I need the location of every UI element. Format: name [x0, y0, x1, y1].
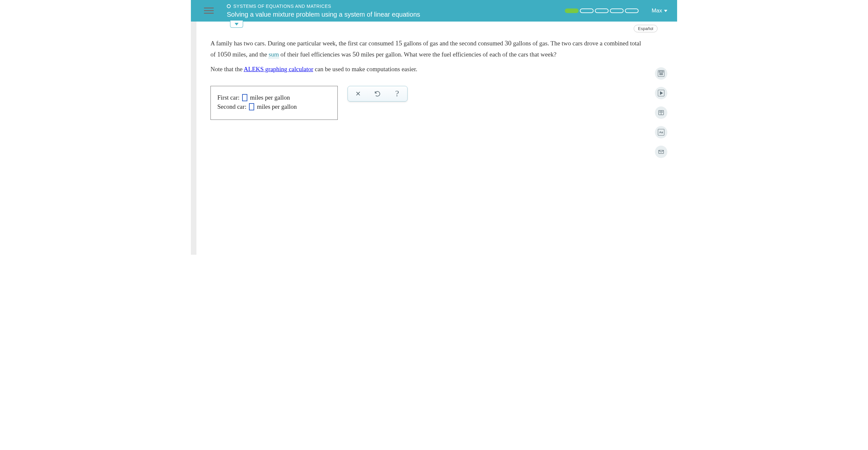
textbook-button[interactable] [655, 107, 667, 119]
svg-rect-0 [659, 71, 663, 73]
glossary-button[interactable]: Aa [655, 126, 667, 138]
aleks-calculator-link[interactable]: ALEKS graphing calculator [244, 66, 313, 73]
first-car-input[interactable] [242, 94, 247, 101]
tool-tray: ✕ ? [347, 86, 408, 102]
second-car-input[interactable] [249, 103, 254, 110]
header-bar: SYSTEMS OF EQUATIONS AND MATRICES Solvin… [191, 0, 677, 22]
x-icon: ✕ [355, 90, 361, 97]
calculator-button[interactable] [655, 67, 667, 80]
svg-point-2 [661, 73, 661, 74]
message-button[interactable] [655, 146, 667, 158]
svg-point-1 [660, 73, 660, 74]
video-button[interactable] [655, 87, 667, 99]
note-frag: can be used to make computations easier. [313, 66, 417, 73]
sum-definition-link[interactable]: sum [269, 51, 279, 58]
book-icon [658, 109, 664, 116]
undo-icon [374, 90, 381, 97]
problem-text-frag: miles, and the [231, 51, 269, 58]
breadcrumb-circle-icon [227, 4, 231, 8]
first-car-unit: miles per gallon [250, 94, 290, 101]
answer-box: First car: miles per gallon Second car: … [211, 86, 338, 120]
first-car-label: First car: [217, 94, 240, 101]
menu-icon[interactable] [204, 6, 214, 16]
second-car-unit: miles per gallon [257, 103, 297, 110]
undo-button[interactable] [373, 89, 382, 98]
progress-seg-5 [625, 8, 639, 13]
user-menu[interactable]: Max [652, 7, 667, 14]
second-car-label: Second car: [217, 103, 246, 110]
breadcrumb: SYSTEMS OF EQUATIONS AND MATRICES [227, 4, 420, 9]
svg-point-4 [660, 75, 660, 75]
svg-point-5 [661, 75, 661, 75]
chevron-down-icon [235, 23, 239, 26]
progress-bar [565, 8, 639, 13]
clear-button[interactable]: ✕ [354, 89, 362, 98]
problem-value-4: 50 [352, 50, 359, 58]
answer-line-1: First car: miles per gallon [217, 94, 331, 101]
breadcrumb-text: SYSTEMS OF EQUATIONS AND MATRICES [233, 4, 331, 9]
progress-seg-2 [580, 8, 594, 13]
answer-line-2: Second car: miles per gallon [217, 103, 331, 110]
caret-down-icon [664, 10, 667, 12]
problem-statement: A family has two cars. During one partic… [211, 38, 648, 60]
problem-text-frag: gallons of gas and the second consumed [402, 40, 504, 47]
envelope-icon [658, 148, 664, 155]
play-icon [658, 90, 664, 96]
language-button[interactable]: Español [634, 25, 657, 32]
problem-value-3: 1050 [217, 50, 231, 58]
problem-text-frag: miles per gallon. What were the fuel eff… [359, 51, 556, 58]
problem-value-1: 15 [395, 39, 402, 47]
calculator-note: Note that the ALEKS graphing calculator … [211, 66, 657, 73]
glossary-icon: Aa [658, 129, 664, 136]
svg-point-3 [662, 73, 663, 74]
calculator-icon [658, 70, 664, 77]
problem-text-frag: of their fuel efficiencies was [279, 51, 352, 58]
svg-marker-7 [660, 92, 662, 95]
problem-text-frag: A family has two cars. During one partic… [211, 40, 395, 47]
progress-seg-1 [565, 8, 579, 13]
topic-dropdown-tab[interactable] [230, 21, 243, 28]
page-title: Solving a value mixture problem using a … [227, 11, 420, 18]
right-rail: Aa [655, 67, 667, 158]
progress-seg-3 [595, 8, 609, 13]
progress-seg-4 [610, 8, 624, 13]
svg-point-6 [662, 75, 663, 75]
note-frag: Note that the [211, 66, 244, 73]
help-button[interactable]: ? [393, 89, 401, 98]
svg-rect-14 [659, 150, 664, 153]
problem-value-2: 30 [505, 39, 512, 47]
user-name: Max [652, 7, 662, 14]
question-icon: ? [395, 89, 399, 99]
